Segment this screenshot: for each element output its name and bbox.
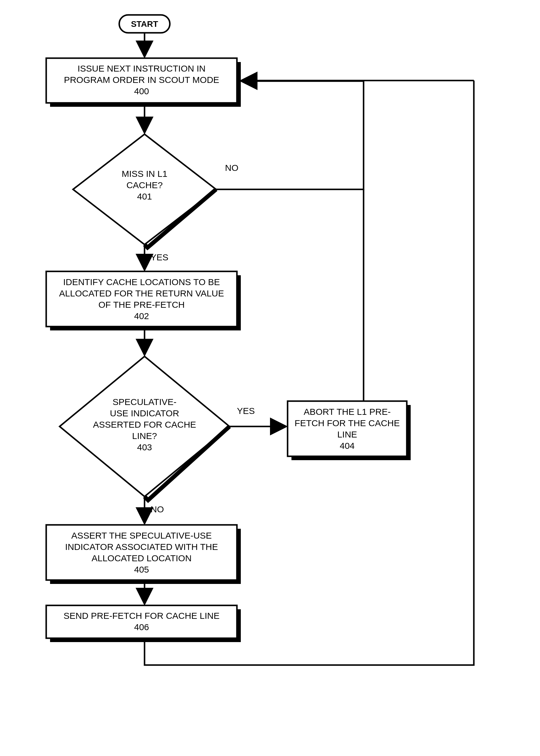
- node-401-line1: MISS IN L1: [122, 169, 167, 179]
- node-402-ref: 402: [134, 311, 149, 321]
- node-403: SPECULATIVE- USE INDICATOR ASSERTED FOR …: [60, 356, 229, 500]
- node-400-line1: ISSUE NEXT INSTRUCTION IN: [77, 64, 205, 73]
- node-404-line1: ABORT THE L1 PRE-: [304, 407, 391, 417]
- flowchart: START ISSUE NEXT INSTRUCTION IN PROGRAM …: [0, 0, 540, 756]
- node-403-line4: LINE?: [132, 431, 157, 441]
- node-406: SEND PRE-FETCH FOR CACHE LINE 406: [46, 605, 241, 642]
- node-402-line1: IDENTIFY CACHE LOCATIONS TO BE: [63, 277, 220, 287]
- node-404: ABORT THE L1 PRE- FETCH FOR THE CACHE LI…: [288, 401, 411, 460]
- node-401-line2: CACHE?: [126, 180, 163, 190]
- node-404-line3: LINE: [338, 430, 357, 439]
- node-403-line3: ASSERTED FOR CACHE: [93, 420, 196, 430]
- node-400-line2: PROGRAM ORDER IN SCOUT MODE: [64, 75, 219, 85]
- node-405-ref: 405: [134, 565, 149, 574]
- node-405-line3: ALLOCATED LOCATION: [91, 553, 192, 563]
- node-405: ASSERT THE SPECULATIVE-USE INDICATOR ASS…: [46, 525, 241, 584]
- node-401: MISS IN L1 CACHE? 401: [73, 134, 216, 248]
- node-406-line1: SEND PRE-FETCH FOR CACHE LINE: [64, 611, 219, 621]
- node-406-ref: 406: [134, 622, 149, 632]
- node-402-line3: OF THE PRE-FETCH: [98, 300, 185, 309]
- start-label: START: [131, 19, 158, 29]
- edge-401-yes-label: YES: [151, 252, 168, 262]
- edge-401-no-label: NO: [225, 163, 238, 173]
- node-404-ref: 404: [340, 441, 355, 451]
- edge-403-no-label: NO: [151, 504, 164, 514]
- node-402-line2: ALLOCATED FOR THE RETURN VALUE: [59, 288, 224, 298]
- node-405-line1: ASSERT THE SPECULATIVE-USE: [71, 530, 211, 540]
- edge-403-yes-label: YES: [237, 406, 255, 416]
- node-405-line2: INDICATOR ASSOCIATED WITH THE: [65, 542, 218, 552]
- node-403-ref: 403: [137, 442, 152, 452]
- node-403-line2: USE INDICATOR: [110, 408, 179, 418]
- node-402: IDENTIFY CACHE LOCATIONS TO BE ALLOCATED…: [46, 272, 241, 330]
- start-node: START: [119, 15, 170, 33]
- node-404-line2: FETCH FOR THE CACHE: [295, 418, 400, 428]
- node-400: ISSUE NEXT INSTRUCTION IN PROGRAM ORDER …: [46, 58, 241, 107]
- node-401-ref: 401: [137, 191, 152, 201]
- node-400-ref: 400: [134, 86, 149, 96]
- node-403-line1: SPECULATIVE-: [113, 397, 177, 407]
